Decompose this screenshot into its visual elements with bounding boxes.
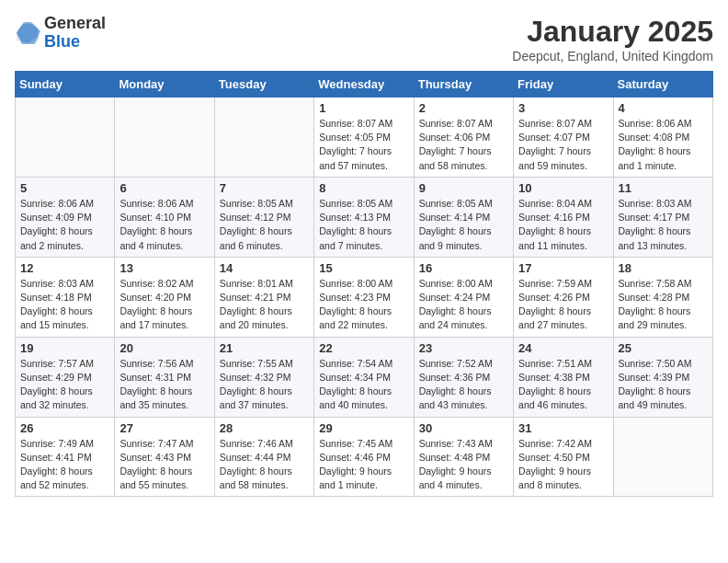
calendar-cell bbox=[613, 417, 712, 497]
day-number: 21 bbox=[220, 341, 309, 355]
weekday-header-saturday: Saturday bbox=[613, 72, 712, 98]
calendar-cell bbox=[16, 98, 115, 178]
calendar-cell: 6Sunrise: 8:06 AM Sunset: 4:10 PM Daylig… bbox=[115, 177, 214, 257]
logo-icon bbox=[15, 20, 40, 46]
calendar-body: 1Sunrise: 8:07 AM Sunset: 4:05 PM Daylig… bbox=[16, 98, 713, 497]
day-info: Sunrise: 8:07 AM Sunset: 4:06 PM Dayligh… bbox=[419, 117, 508, 173]
logo-text: General Blue bbox=[44, 15, 106, 52]
calendar-cell: 11Sunrise: 8:03 AM Sunset: 4:17 PM Dayli… bbox=[613, 177, 712, 257]
calendar-cell: 16Sunrise: 8:00 AM Sunset: 4:24 PM Dayli… bbox=[414, 257, 513, 337]
title-block: January 2025 Deepcut, England, United Ki… bbox=[512, 15, 713, 63]
day-number: 12 bbox=[20, 261, 109, 275]
calendar-cell: 24Sunrise: 7:51 AM Sunset: 4:38 PM Dayli… bbox=[514, 337, 613, 417]
calendar-cell: 25Sunrise: 7:50 AM Sunset: 4:39 PM Dayli… bbox=[613, 337, 712, 417]
day-info: Sunrise: 8:01 AM Sunset: 4:21 PM Dayligh… bbox=[220, 277, 309, 333]
day-info: Sunrise: 8:00 AM Sunset: 4:24 PM Dayligh… bbox=[419, 277, 508, 333]
day-number: 29 bbox=[319, 421, 408, 435]
calendar-week-4: 19Sunrise: 7:57 AM Sunset: 4:29 PM Dayli… bbox=[16, 337, 713, 417]
day-number: 24 bbox=[518, 341, 608, 355]
day-number: 17 bbox=[518, 261, 608, 275]
calendar-cell: 4Sunrise: 8:06 AM Sunset: 4:08 PM Daylig… bbox=[613, 98, 712, 178]
day-info: Sunrise: 7:45 AM Sunset: 4:46 PM Dayligh… bbox=[319, 437, 408, 493]
day-info: Sunrise: 7:56 AM Sunset: 4:31 PM Dayligh… bbox=[119, 357, 209, 413]
calendar-cell: 18Sunrise: 7:58 AM Sunset: 4:28 PM Dayli… bbox=[613, 257, 712, 337]
day-number: 28 bbox=[220, 421, 309, 435]
calendar-cell: 15Sunrise: 8:00 AM Sunset: 4:23 PM Dayli… bbox=[314, 257, 414, 337]
calendar-week-1: 1Sunrise: 8:07 AM Sunset: 4:05 PM Daylig… bbox=[16, 98, 713, 178]
day-info: Sunrise: 8:07 AM Sunset: 4:05 PM Dayligh… bbox=[319, 117, 408, 173]
calendar-cell: 29Sunrise: 7:45 AM Sunset: 4:46 PM Dayli… bbox=[314, 417, 414, 497]
calendar-cell: 23Sunrise: 7:52 AM Sunset: 4:36 PM Dayli… bbox=[414, 337, 513, 417]
day-number: 26 bbox=[20, 421, 109, 435]
weekday-header-monday: Monday bbox=[115, 72, 214, 98]
day-number: 11 bbox=[619, 181, 708, 195]
month-title: January 2025 bbox=[512, 15, 713, 49]
weekday-header-sunday: Sunday bbox=[16, 72, 115, 98]
calendar-cell: 31Sunrise: 7:42 AM Sunset: 4:50 PM Dayli… bbox=[514, 417, 613, 497]
calendar-week-3: 12Sunrise: 8:03 AM Sunset: 4:18 PM Dayli… bbox=[16, 257, 713, 337]
day-info: Sunrise: 8:06 AM Sunset: 4:10 PM Dayligh… bbox=[119, 197, 209, 253]
day-info: Sunrise: 7:42 AM Sunset: 4:50 PM Dayligh… bbox=[518, 437, 608, 493]
day-number: 9 bbox=[419, 181, 508, 195]
calendar-week-2: 5Sunrise: 8:06 AM Sunset: 4:09 PM Daylig… bbox=[16, 177, 713, 257]
calendar-cell: 10Sunrise: 8:04 AM Sunset: 4:16 PM Dayli… bbox=[514, 177, 613, 257]
day-info: Sunrise: 8:02 AM Sunset: 4:20 PM Dayligh… bbox=[119, 277, 209, 333]
calendar-cell: 3Sunrise: 8:07 AM Sunset: 4:07 PM Daylig… bbox=[514, 98, 613, 178]
weekday-header-friday: Friday bbox=[514, 72, 613, 98]
day-info: Sunrise: 8:03 AM Sunset: 4:18 PM Dayligh… bbox=[20, 277, 109, 333]
day-info: Sunrise: 8:04 AM Sunset: 4:16 PM Dayligh… bbox=[518, 197, 608, 253]
day-info: Sunrise: 8:05 AM Sunset: 4:12 PM Dayligh… bbox=[220, 197, 309, 253]
calendar-cell: 30Sunrise: 7:43 AM Sunset: 4:48 PM Dayli… bbox=[414, 417, 513, 497]
day-info: Sunrise: 8:06 AM Sunset: 4:09 PM Dayligh… bbox=[20, 197, 109, 253]
calendar-cell: 26Sunrise: 7:49 AM Sunset: 4:41 PM Dayli… bbox=[16, 417, 115, 497]
weekday-header-row: SundayMondayTuesdayWednesdayThursdayFrid… bbox=[16, 72, 713, 98]
calendar-cell: 5Sunrise: 8:06 AM Sunset: 4:09 PM Daylig… bbox=[16, 177, 115, 257]
day-info: Sunrise: 8:03 AM Sunset: 4:17 PM Dayligh… bbox=[619, 197, 708, 253]
day-number: 19 bbox=[20, 341, 109, 355]
calendar-cell: 21Sunrise: 7:55 AM Sunset: 4:32 PM Dayli… bbox=[214, 337, 313, 417]
calendar-cell: 14Sunrise: 8:01 AM Sunset: 4:21 PM Dayli… bbox=[214, 257, 313, 337]
day-number: 16 bbox=[419, 261, 508, 275]
day-number: 23 bbox=[419, 341, 508, 355]
day-number: 31 bbox=[518, 421, 608, 435]
calendar-cell: 17Sunrise: 7:59 AM Sunset: 4:26 PM Dayli… bbox=[514, 257, 613, 337]
calendar-table: SundayMondayTuesdayWednesdayThursdayFrid… bbox=[15, 71, 713, 497]
calendar-cell: 8Sunrise: 8:05 AM Sunset: 4:13 PM Daylig… bbox=[314, 177, 414, 257]
day-number: 30 bbox=[419, 421, 508, 435]
day-info: Sunrise: 7:57 AM Sunset: 4:29 PM Dayligh… bbox=[20, 357, 109, 413]
calendar-cell: 19Sunrise: 7:57 AM Sunset: 4:29 PM Dayli… bbox=[16, 337, 115, 417]
day-number: 14 bbox=[220, 261, 309, 275]
day-number: 3 bbox=[518, 101, 608, 115]
day-info: Sunrise: 8:07 AM Sunset: 4:07 PM Dayligh… bbox=[518, 117, 608, 173]
weekday-header-tuesday: Tuesday bbox=[214, 72, 313, 98]
logo: General Blue bbox=[15, 15, 106, 52]
day-info: Sunrise: 7:52 AM Sunset: 4:36 PM Dayligh… bbox=[419, 357, 508, 413]
calendar-cell bbox=[115, 98, 214, 178]
location: Deepcut, England, United Kingdom bbox=[512, 49, 713, 63]
day-number: 25 bbox=[619, 341, 708, 355]
day-number: 1 bbox=[319, 101, 408, 115]
day-number: 20 bbox=[119, 341, 209, 355]
day-info: Sunrise: 7:51 AM Sunset: 4:38 PM Dayligh… bbox=[518, 357, 608, 413]
weekday-header-thursday: Thursday bbox=[414, 72, 513, 98]
day-number: 15 bbox=[319, 261, 408, 275]
calendar-cell: 28Sunrise: 7:46 AM Sunset: 4:44 PM Dayli… bbox=[214, 417, 313, 497]
calendar-cell: 9Sunrise: 8:05 AM Sunset: 4:14 PM Daylig… bbox=[414, 177, 513, 257]
calendar-cell: 27Sunrise: 7:47 AM Sunset: 4:43 PM Dayli… bbox=[115, 417, 214, 497]
day-info: Sunrise: 8:06 AM Sunset: 4:08 PM Dayligh… bbox=[619, 117, 708, 173]
day-info: Sunrise: 7:54 AM Sunset: 4:34 PM Dayligh… bbox=[319, 357, 408, 413]
day-number: 22 bbox=[319, 341, 408, 355]
day-number: 8 bbox=[319, 181, 408, 195]
calendar-cell bbox=[214, 98, 313, 178]
calendar-week-5: 26Sunrise: 7:49 AM Sunset: 4:41 PM Dayli… bbox=[16, 417, 713, 497]
day-number: 27 bbox=[119, 421, 209, 435]
day-info: Sunrise: 8:05 AM Sunset: 4:13 PM Dayligh… bbox=[319, 197, 408, 253]
calendar-cell: 20Sunrise: 7:56 AM Sunset: 4:31 PM Dayli… bbox=[115, 337, 214, 417]
day-info: Sunrise: 7:50 AM Sunset: 4:39 PM Dayligh… bbox=[619, 357, 708, 413]
day-number: 10 bbox=[518, 181, 608, 195]
day-number: 2 bbox=[419, 101, 508, 115]
day-info: Sunrise: 7:49 AM Sunset: 4:41 PM Dayligh… bbox=[20, 437, 109, 493]
calendar-cell: 22Sunrise: 7:54 AM Sunset: 4:34 PM Dayli… bbox=[314, 337, 414, 417]
calendar-cell: 1Sunrise: 8:07 AM Sunset: 4:05 PM Daylig… bbox=[314, 98, 414, 178]
weekday-header-wednesday: Wednesday bbox=[314, 72, 414, 98]
